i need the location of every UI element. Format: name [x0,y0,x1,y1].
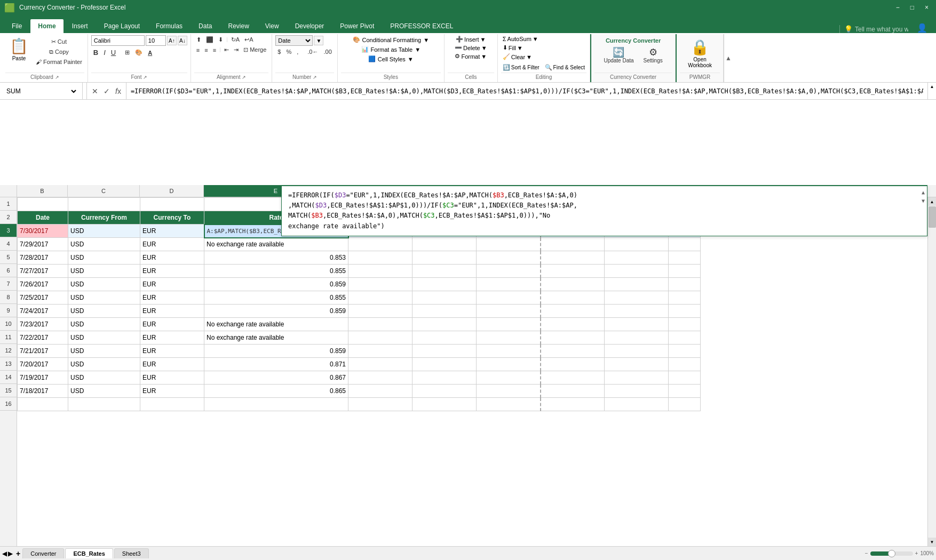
cell-c16[interactable] [68,398,140,411]
user-icon[interactable]: 👤 [917,23,927,33]
cell-k16[interactable] [669,398,701,411]
tab-home[interactable]: Home [30,19,63,33]
cell-h4[interactable] [477,238,541,251]
cell-j8[interactable] [605,291,669,305]
cell-c2[interactable]: Currency From [68,211,140,225]
cell-h16[interactable] [477,398,541,411]
cell-h9[interactable] [477,305,541,318]
cell-g15[interactable] [413,385,477,398]
cell-e8[interactable]: 0.855 [204,291,348,305]
row-header-1[interactable]: 1 [0,197,17,211]
cell-c3[interactable]: USD [68,225,140,238]
add-sheet-button[interactable]: + [16,549,20,558]
fill-color-button[interactable]: 🎨 [133,48,145,57]
font-size-decrease-button[interactable]: A↓ [178,36,187,45]
cell-g6[interactable] [413,265,477,278]
cell-e4[interactable]: No exchange rate available [204,238,348,251]
cell-i12[interactable] [541,345,605,358]
cell-f6[interactable] [348,265,413,278]
cell-c5[interactable]: USD [68,251,140,265]
cell-g4[interactable] [413,238,477,251]
name-box-select[interactable]: SUM E3 [4,87,78,95]
row-header-15[interactable]: 15 [0,384,17,397]
cell-i10[interactable] [541,318,605,331]
row-header-4[interactable]: 4 [0,237,17,251]
row-header-5[interactable]: 5 [0,251,17,264]
col-header-b[interactable]: B [17,185,68,197]
row-header-6[interactable]: 6 [0,264,17,277]
cell-k13[interactable] [669,358,701,371]
cell-f4[interactable] [348,238,413,251]
cell-c13[interactable]: USD [68,358,140,371]
cell-e12[interactable]: 0.859 [204,345,348,358]
format-button[interactable]: ⚙ Format ▼ [453,52,488,60]
row-header-8[interactable]: 8 [0,291,17,304]
cell-d6[interactable]: EUR [140,265,204,278]
cell-k7[interactable] [669,278,701,291]
cell-i13[interactable] [541,358,605,371]
cell-i15[interactable] [541,385,605,398]
maximize-button[interactable]: □ [907,4,917,11]
tab-file[interactable]: File [4,19,29,33]
cell-i11[interactable] [541,331,605,345]
font-size-input[interactable] [146,35,166,46]
sheet-tab-scroll-left[interactable]: ◀ [2,550,7,557]
cell-b9[interactable]: 7/24/2017 [18,305,68,318]
cell-g11[interactable] [413,331,477,345]
cell-b5[interactable]: 7/28/2017 [18,251,68,265]
cell-j5[interactable] [605,251,669,265]
cell-e6[interactable]: 0.855 [204,265,348,278]
cell-c1[interactable] [68,198,140,211]
cell-g7[interactable] [413,278,477,291]
cell-j10[interactable] [605,318,669,331]
col-header-d[interactable]: D [140,185,204,197]
cell-b10[interactable]: 7/23/2017 [18,318,68,331]
cell-e13[interactable]: 0.871 [204,358,348,371]
fill-button[interactable]: ⬇ Fill ▼ [501,44,525,52]
row-header-3[interactable]: 3 [0,224,17,237]
cell-f16[interactable] [348,398,413,411]
decimal-increase-button[interactable]: .00 [321,47,334,56]
find-select-button[interactable]: 🔍 Find & Select [543,63,586,71]
cell-j6[interactable] [605,265,669,278]
cell-g8[interactable] [413,291,477,305]
cell-k4[interactable] [669,238,701,251]
tab-formulas[interactable]: Formulas [148,19,190,33]
delete-button[interactable]: ➖ Delete ▼ [453,44,489,52]
zoom-out-button[interactable]: − [865,550,868,556]
insert-button[interactable]: ➕ Insert ▼ [454,35,487,43]
cell-b13[interactable]: 7/20/2017 [18,358,68,371]
cell-e15[interactable]: 0.865 [204,385,348,398]
cell-d5[interactable]: EUR [140,251,204,265]
update-data-button[interactable]: 🔄 Update Data [601,46,636,65]
tab-review[interactable]: Review [220,19,256,33]
cell-k6[interactable] [669,265,701,278]
align-bottom-button[interactable]: ⬇ [216,35,225,44]
cell-c10[interactable]: USD [68,318,140,331]
cell-g5[interactable] [413,251,477,265]
cell-d12[interactable]: EUR [140,345,204,358]
zoom-thumb[interactable] [888,550,895,557]
tab-power-pivot[interactable]: Power Pivot [332,19,382,33]
cell-h14[interactable] [477,371,541,385]
cell-h10[interactable] [477,318,541,331]
cell-d1[interactable] [140,198,204,211]
cell-c14[interactable]: USD [68,371,140,385]
cell-g10[interactable] [413,318,477,331]
number-format-select[interactable]: Date General Number Currency Percentage … [275,35,313,46]
font-color-button[interactable]: A [146,49,154,57]
cell-f9[interactable] [348,305,413,318]
cell-k8[interactable] [669,291,701,305]
cell-d16[interactable] [140,398,204,411]
cancel-formula-button[interactable]: ✕ [90,87,100,95]
tab-data[interactable]: Data [191,19,219,33]
cell-j14[interactable] [605,371,669,385]
cell-e10[interactable]: No exchange rate available [204,318,348,331]
cell-c6[interactable]: USD [68,265,140,278]
text-direction-button[interactable]: ↻A [229,35,242,44]
indent-increase-button[interactable]: ⇥ [232,45,241,54]
row-header-11[interactable]: 11 [0,331,17,344]
cell-c7[interactable]: USD [68,278,140,291]
cell-k5[interactable] [669,251,701,265]
cell-b14[interactable]: 7/19/2017 [18,371,68,385]
